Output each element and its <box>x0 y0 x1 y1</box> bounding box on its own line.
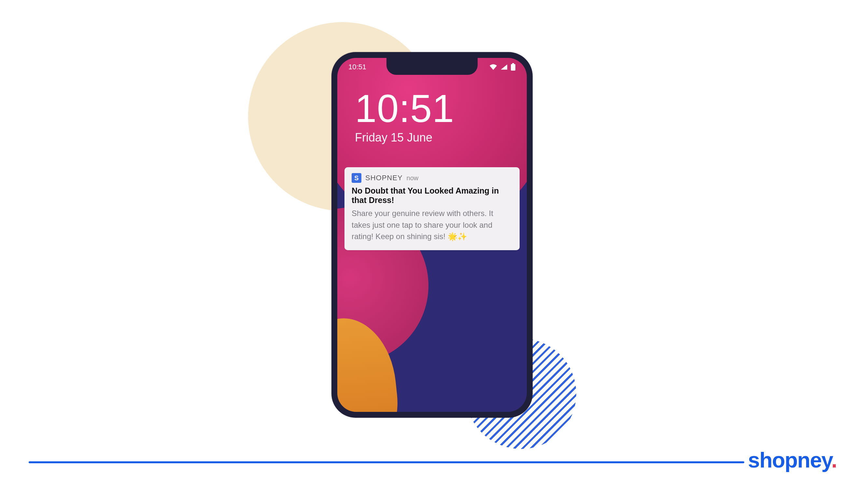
lock-clock: 10:51 Friday 15 June <box>355 88 454 144</box>
battery-icon <box>510 63 516 71</box>
brand-name: shopney <box>748 448 831 472</box>
brand-dot: . <box>831 448 837 472</box>
notification-app-icon: S <box>352 173 362 183</box>
notification-body: Share your genuine review with others. I… <box>352 207 513 242</box>
notification-when: now <box>407 174 419 182</box>
svg-rect-0 <box>512 63 514 64</box>
signal-icon <box>501 64 507 70</box>
notification-app-label: SHOPNEY <box>365 174 403 182</box>
footer-divider <box>29 461 744 463</box>
phone-frame: 10:51 10:51 Friday 15 June S <box>332 52 533 418</box>
brand-logo: shopney. <box>748 448 837 473</box>
status-bar: 10:51 <box>337 58 527 76</box>
notification-card[interactable]: S SHOPNEY now No Doubt that You Looked A… <box>344 167 520 250</box>
notification-app-name: SHOPNEY now <box>365 174 418 182</box>
status-icons <box>489 63 516 71</box>
notification-header: S SHOPNEY now <box>352 173 513 183</box>
notification-title: No Doubt that You Looked Amazing in that… <box>352 186 513 205</box>
wifi-icon <box>489 64 497 70</box>
lock-date: Friday 15 June <box>355 131 454 144</box>
marketing-illustration: 10:51 10:51 Friday 15 June S <box>0 0 868 488</box>
phone-screen: 10:51 10:51 Friday 15 June S <box>337 58 527 412</box>
svg-rect-1 <box>511 64 516 71</box>
lock-time: 10:51 <box>355 88 454 129</box>
status-time: 10:51 <box>348 63 366 71</box>
